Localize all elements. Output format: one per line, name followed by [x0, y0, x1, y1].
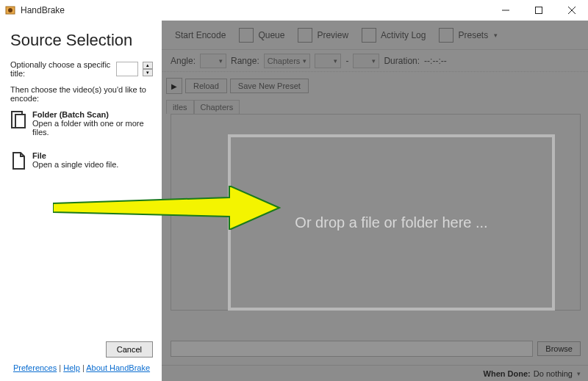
cancel-button[interactable]: Cancel — [106, 341, 153, 358]
drop-zone-text: Or drop a file or folder here ... — [295, 214, 487, 231]
title-spinner: ▴ ▾ — [143, 62, 153, 76]
link-help[interactable]: Help — [63, 363, 80, 372]
title-number-input[interactable] — [116, 62, 138, 76]
drop-zone[interactable]: Or drop a file or folder here ... — [228, 134, 555, 311]
app-title: HandBrake — [21, 5, 65, 15]
option-folder-text: Folder (Batch Scan) Open a folder with o… — [32, 110, 153, 137]
folder-sub: Open a folder with one or more files. — [32, 119, 144, 137]
app-icon — [4, 4, 16, 16]
svg-point-1 — [8, 8, 12, 12]
optional-title-label: Optionally choose a specific title: — [10, 60, 112, 78]
window-buttons — [489, 0, 588, 21]
file-sub: Open a single video file. — [32, 160, 118, 169]
title-select-row: Optionally choose a specific title: ▴ ▾ — [10, 60, 153, 78]
option-file-text: File Open a single video file. — [32, 151, 118, 170]
link-preferences[interactable]: Preferences — [13, 363, 57, 372]
option-folder[interactable]: Folder (Batch Scan) Open a folder with o… — [10, 110, 153, 137]
link-about[interactable]: About HandBrake — [86, 363, 150, 372]
file-icon — [10, 151, 26, 170]
title-spin-up[interactable]: ▴ — [143, 62, 153, 69]
close-button[interactable] — [555, 0, 588, 21]
file-title: File — [32, 151, 118, 160]
option-file[interactable]: File Open a single video file. — [10, 151, 153, 170]
then-choose-label: Then choose the video(s) you'd like to e… — [10, 85, 153, 103]
source-selection-panel: Source Selection Optionally choose a spe… — [0, 21, 162, 381]
svg-rect-7 — [15, 115, 25, 128]
folder-icon — [10, 110, 26, 129]
title-spin-down[interactable]: ▾ — [143, 69, 153, 76]
footer-links: Preferences | Help | About HandBrake — [10, 363, 153, 377]
svg-rect-3 — [535, 7, 542, 14]
titlebar: HandBrake — [0, 0, 588, 21]
maximize-button[interactable] — [522, 0, 555, 21]
folder-title: Folder (Batch Scan) — [32, 110, 153, 119]
source-selection-title: Source Selection — [10, 31, 153, 50]
minimize-button[interactable] — [489, 0, 522, 21]
